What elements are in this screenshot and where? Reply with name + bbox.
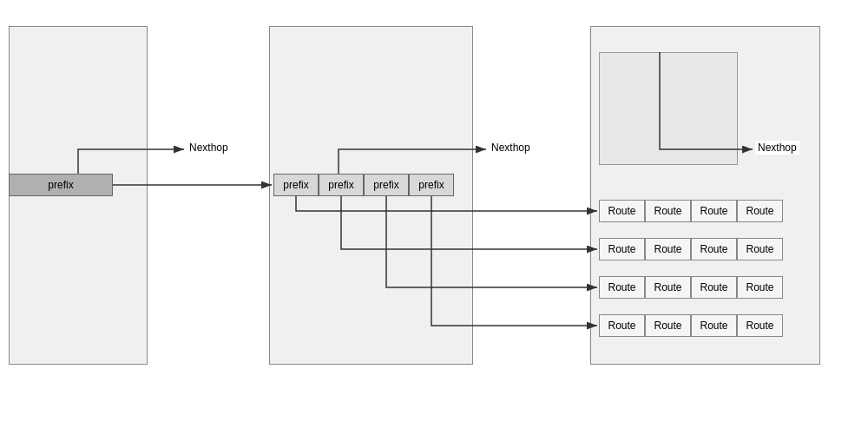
route-row-2: Route Route Route Route <box>599 276 783 299</box>
route-cell-2-0: Route <box>599 276 645 299</box>
route-cell-0-3: Route <box>737 200 783 222</box>
sram1-prefix-cell-2: prefix <box>364 174 409 196</box>
sram2-inner-box <box>599 52 738 165</box>
route-cell-3-1: Route <box>645 314 691 337</box>
tcam-title: TCAM <box>9 0 148 3</box>
route-cell-1-2: Route <box>691 238 737 260</box>
sram1-prefix-cell-0: prefix <box>273 174 319 196</box>
sram1-prefix-cell-1: prefix <box>319 174 364 196</box>
route-row-1: Route Route Route Route <box>599 238 783 260</box>
sram2-title: ALPM SRAM2 <box>590 0 820 3</box>
sram2-nexthop-label: Nexthop <box>755 141 799 155</box>
route-cell-3-3: Route <box>737 314 783 337</box>
route-cell-0-1: Route <box>645 200 691 222</box>
route-cell-2-3: Route <box>737 276 783 299</box>
sram1-title: ALPM SRAM1 <box>269 0 473 3</box>
tcam-nexthop-label: Nexthop <box>187 141 231 155</box>
route-row-0: Route Route Route Route <box>599 200 783 222</box>
route-row-3: Route Route Route Route <box>599 314 783 337</box>
route-cell-1-1: Route <box>645 238 691 260</box>
route-cell-0-2: Route <box>691 200 737 222</box>
sram1-prefix-cell-3: prefix <box>409 174 454 196</box>
sram1-prefix-row: prefix prefix prefix prefix <box>273 174 454 196</box>
route-cell-1-3: Route <box>737 238 783 260</box>
route-cell-1-0: Route <box>599 238 645 260</box>
tcam-prefix-cell: prefix <box>9 174 113 196</box>
route-cell-3-2: Route <box>691 314 737 337</box>
route-cell-0-0: Route <box>599 200 645 222</box>
route-cell-3-0: Route <box>599 314 645 337</box>
route-cell-2-1: Route <box>645 276 691 299</box>
sram2-route-rows: Route Route Route Route Route Route Rout… <box>599 200 783 337</box>
route-cell-2-2: Route <box>691 276 737 299</box>
sram1-nexthop-label: Nexthop <box>489 141 533 155</box>
diagram-container: TCAM ALPM SRAM1 ALPM SRAM2 prefix prefix… <box>0 0 868 435</box>
